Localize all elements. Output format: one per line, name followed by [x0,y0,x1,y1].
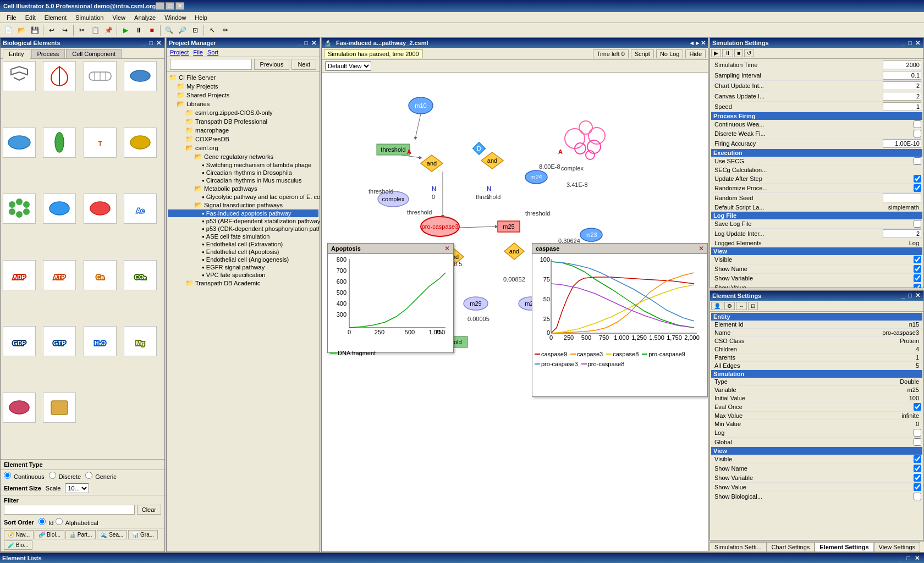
tree-gene-regulatory[interactable]: 📂Gene regulatory networks [168,152,318,161]
tree-shared-projects[interactable]: 📁Shared Projects [168,91,318,100]
menu-window[interactable]: Window [160,13,190,22]
close-button[interactable]: ✕ [175,2,184,10]
tb-paste[interactable]: 📌 [102,24,114,36]
scale-select[interactable]: 10... [65,483,89,493]
chart-update-input[interactable] [883,81,921,90]
show-variable-elem-check[interactable] [914,474,921,482]
log-update-input[interactable] [883,229,921,238]
type-continuous-label[interactable]: Continuous [4,472,45,480]
menu-file[interactable]: File [2,13,21,22]
minimize-button[interactable]: _ [156,2,164,10]
tree-ase[interactable]: ●ASE cell fate simulation [168,233,318,240]
show-name-check[interactable] [914,265,921,273]
pm-restore[interactable]: □ [303,40,309,47]
element-cell-co2[interactable]: CO₂ [124,260,157,290]
element-cell-2[interactable] [43,61,76,91]
menu-element[interactable]: Element [40,13,71,22]
log-check[interactable] [914,429,921,437]
tab-cell-component[interactable]: Cell Component [66,49,122,58]
tree-metabolic[interactable]: 📂Metabolic pathways [168,184,318,193]
nav-btn-biol[interactable]: 🧬 Biol... [35,530,64,539]
tree-switching-mechanism[interactable]: ●Switching mechanism of lambda phage [168,161,318,169]
tb-redo[interactable]: ↪ [59,24,71,36]
tree-csml-org[interactable]: 📂csml.org [168,143,318,152]
type-generic-radio[interactable] [85,472,92,479]
type-discrete-label[interactable]: Discrete [49,472,81,480]
sort-id-label[interactable]: Id [38,518,53,526]
tree-endothelial-angio[interactable]: ●Endothelial cell (Angiogenesis) [168,256,318,263]
tree-endothelial-extra[interactable]: ●Endothelial cell (Extravation) [168,240,318,248]
menu-analyze[interactable]: Analyze [130,13,160,22]
no-log-button[interactable]: No Log [656,49,683,58]
tree-vpc[interactable]: ●VPC fate specification [168,271,318,279]
menu-help[interactable]: Help [190,13,212,22]
entity-header[interactable]: Entity [711,313,922,321]
bottom-minimize[interactable]: _ [897,555,904,561]
pm-menu-project[interactable]: Project [170,49,189,56]
sort-alpha-radio[interactable] [56,518,63,525]
element-cell-gdp[interactable]: GDP [3,326,36,356]
tb-open[interactable]: 📂 [15,24,28,36]
pm-menu-file[interactable]: File [193,49,203,56]
sim-time-input[interactable] [883,60,921,69]
element-cell-more2[interactable] [43,393,76,423]
speed-input[interactable] [883,102,921,111]
show-name-elem-check[interactable] [914,465,921,472]
tb-select[interactable]: ↖ [206,24,218,36]
sampling-interval-input[interactable] [883,71,921,80]
tb-fit[interactable]: ⊡ [189,24,201,36]
element-cell-11[interactable] [84,194,117,224]
execution-header[interactable]: Execution [711,149,922,157]
tree-circadian-drosophila[interactable]: ●Circadian rhythms in Drosophila [168,169,318,176]
sim-reset-btn[interactable]: ↺ [744,49,754,57]
filter-input[interactable] [4,505,135,515]
tb-run[interactable]: ▶ [119,24,131,36]
view-header-elem[interactable]: View [711,447,922,455]
menu-simulation[interactable]: Simulation [71,13,108,22]
pm-menu-sort[interactable]: Sort [207,49,218,56]
simulation-header-elem[interactable]: Simulation [711,370,922,378]
tree-coxpresdb[interactable]: 📁COXPresDB [168,135,318,143]
tree-egfr[interactable]: ●EGFR signal pathway [168,263,318,271]
sim-run-btn[interactable]: ▶ [711,49,721,57]
canvas-content[interactable]: m10 threshold and and pro-caspase3 m25 c… [322,73,708,551]
update-after-step-check[interactable] [914,175,921,183]
canvas-prev[interactable]: ◄ [689,40,695,46]
element-cell-gtp[interactable]: GTP [43,326,76,356]
element-cell-4[interactable] [124,61,157,91]
tree-endothelial-apo[interactable]: ●Endothelial cell (Apoptosis) [168,248,318,256]
tree-circadian-mus[interactable]: ●Circadian rhythms in Mus musculus [168,176,318,184]
bottom-close[interactable]: ✕ [912,555,922,562]
element-cell-adp[interactable]: ADP [3,260,36,290]
element-cell-8[interactable] [124,128,157,158]
menu-view[interactable]: View [108,13,130,22]
apoptosis-chart-header[interactable]: Apoptosis ✕ [328,244,453,254]
tree-glycolytic[interactable]: ●Glycolytic pathway and lac operon of E.… [168,193,318,201]
canvas-update-input[interactable] [883,92,921,101]
show-variable-check[interactable] [914,274,921,282]
tree-p53-cdk[interactable]: ●p53 (CDK-dependent phosphorylation path… [168,225,318,233]
tree-macrophage[interactable]: 📁macrophage [168,126,318,135]
element-cell-atp[interactable]: ATP [43,260,76,290]
tb-draw[interactable]: ✏ [219,24,232,36]
sort-id-radio[interactable] [38,518,46,525]
nav-btn-nav[interactable]: 🧭 Nav... [4,530,34,539]
tree-transpath-pro[interactable]: 📁Transpath DB Professional [168,117,318,126]
elem-tb-4[interactable]: ⊡ [748,302,758,310]
elem-tb-3[interactable]: ↔ [736,302,747,310]
show-bio-elem-check[interactable] [914,493,921,500]
tree-fas-induced[interactable]: ●Fas-induced apoptosis pathway [168,209,318,217]
view-header[interactable]: View [711,247,922,255]
random-seed-input[interactable] [883,194,921,202]
tree-transpath-academic[interactable]: 📁Transpath DB Academic [168,279,318,288]
tab-view-settings[interactable]: View Settings [874,542,920,552]
tb-zoom-in[interactable]: 🔍 [163,24,175,36]
tree-signal-transduction[interactable]: 📂Signal transduction pathways [168,201,318,209]
pm-search-input[interactable] [170,59,252,70]
menu-edit[interactable]: Edit [21,13,40,22]
script-button[interactable]: Script [631,49,654,58]
tb-new[interactable]: 📄 [2,24,14,36]
apoptosis-chart[interactable]: Apoptosis ✕ 800 700 600 500 400 [327,243,454,353]
sim-pause-btn[interactable]: ⏸ [722,49,733,57]
sim-settings-close[interactable]: ✕ [914,40,921,47]
